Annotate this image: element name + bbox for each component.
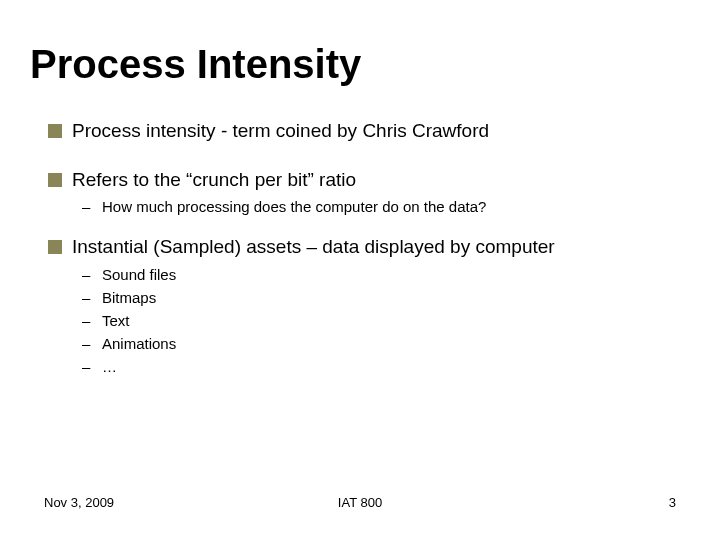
bullet-text: Refers to the “crunch per bit” ratio	[72, 168, 356, 193]
sub-item: – Sound files	[82, 264, 680, 285]
sub-text: Text	[102, 310, 130, 331]
sub-text: Bitmaps	[102, 287, 156, 308]
slide-content: Process intensity - term coined by Chris…	[0, 87, 720, 377]
footer-date: Nov 3, 2009	[44, 495, 114, 510]
dash-icon: –	[82, 356, 102, 377]
bullet-item: Instantial (Sampled) assets – data displ…	[48, 235, 680, 260]
sub-item: – …	[82, 356, 680, 377]
dash-icon: –	[82, 310, 102, 331]
sub-item: – Animations	[82, 333, 680, 354]
sub-list: – How much processing does the computer …	[48, 196, 680, 217]
footer-center: IAT 800	[338, 495, 382, 510]
dash-icon: –	[82, 196, 102, 217]
bullet-icon	[48, 173, 62, 187]
sub-list: – Sound files – Bitmaps – Text – Animati…	[48, 264, 680, 377]
dash-icon: –	[82, 287, 102, 308]
dash-icon: –	[82, 333, 102, 354]
sub-item: – How much processing does the computer …	[82, 196, 680, 217]
slide-footer: Nov 3, 2009 IAT 800 3	[0, 495, 720, 510]
bullet-item: Process intensity - term coined by Chris…	[48, 119, 680, 144]
sub-text: …	[102, 356, 117, 377]
bullet-text: Instantial (Sampled) assets – data displ…	[72, 235, 555, 260]
sub-text: Sound files	[102, 264, 176, 285]
sub-item: – Bitmaps	[82, 287, 680, 308]
bullet-icon	[48, 240, 62, 254]
footer-page-number: 3	[669, 495, 676, 510]
dash-icon: –	[82, 264, 102, 285]
bullet-item: Refers to the “crunch per bit” ratio	[48, 168, 680, 193]
bullet-text: Process intensity - term coined by Chris…	[72, 119, 489, 144]
slide-title: Process Intensity	[0, 0, 720, 87]
sub-text: Animations	[102, 333, 176, 354]
sub-text: How much processing does the computer do…	[102, 196, 486, 217]
sub-item: – Text	[82, 310, 680, 331]
bullet-icon	[48, 124, 62, 138]
